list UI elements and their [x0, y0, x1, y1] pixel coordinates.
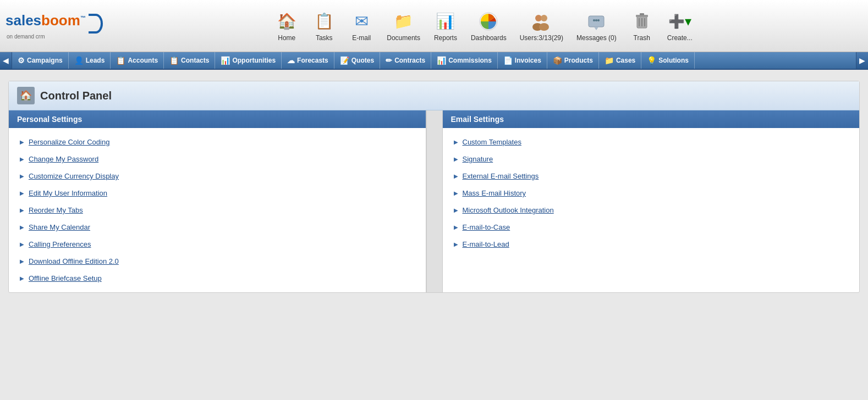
tab-accounts-label: Accounts [128, 57, 158, 64]
tab-cases[interactable]: 📁 Cases [599, 52, 641, 69]
list-item[interactable]: ▶ Custom Templates [443, 134, 860, 151]
svg-point-6 [593, 19, 595, 21]
reorder-tabs-link[interactable]: Reorder My Tabs [29, 206, 83, 214]
logo-tagline: on demand crm [7, 34, 103, 40]
tab-campaigns-label: Campaigns [27, 57, 63, 64]
nav-email[interactable]: ✉ E-mail [345, 8, 378, 45]
email-to-lead-link[interactable]: E-mail-to-Lead [463, 240, 509, 248]
arrow-icon: ▶ [454, 156, 458, 162]
arrow-icon: ▶ [20, 224, 24, 230]
arrow-icon: ▶ [454, 207, 458, 213]
arrow-icon: ▶ [20, 156, 24, 162]
control-panel: 🏠 Control Panel Personal Settings ▶ Pers… [8, 81, 860, 293]
cp-title-icon: 🏠 [17, 87, 35, 104]
microsoft-outlook-link[interactable]: Microsoft Outlook Integration [463, 206, 554, 214]
custom-templates-link[interactable]: Custom Templates [463, 138, 521, 146]
list-item[interactable]: ▶ Personalize Color Coding [9, 134, 426, 151]
calling-preferences-link[interactable]: Calling Preferences [29, 240, 91, 248]
nav-users[interactable]: Users:3/13(29) [515, 8, 568, 45]
list-item[interactable]: ▶ Download Offline Edition 2.0 [9, 253, 426, 270]
tab-accounts[interactable]: 📋 Accounts [111, 52, 164, 69]
email-settings-content: ▶ Custom Templates ▶ Signature ▶ Externa… [443, 128, 860, 258]
tab-products[interactable]: 📦 Products [547, 52, 599, 69]
tasks-icon: 📋 [313, 10, 335, 32]
offline-briefcase-link[interactable]: Offline Briefcase Setup [29, 274, 102, 282]
mass-email-history-link[interactable]: Mass E-mail History [463, 189, 526, 197]
nav-documents[interactable]: 📁 Documents [382, 8, 425, 45]
logo[interactable]: salesboom™ on demand crm [6, 12, 103, 40]
edit-user-info-link[interactable]: Edit My User Information [29, 189, 107, 197]
nav-trash-label: Trash [634, 34, 650, 42]
personal-settings-content: ▶ Personalize Color Coding ▶ Change My P… [9, 128, 426, 292]
nav-email-label: E-mail [352, 34, 371, 42]
nav-trash[interactable]: Trash [625, 8, 658, 45]
list-item[interactable]: ▶ Change My Password [9, 151, 426, 168]
list-item[interactable]: ▶ E-mail-to-Case [443, 219, 860, 236]
tab-contacts[interactable]: 📋 Contacts [164, 52, 215, 69]
download-offline-link[interactable]: Download Offline Edition 2.0 [29, 257, 119, 265]
tab-quotes[interactable]: 📝 Quotes [334, 52, 380, 69]
contracts-icon: ✏ [386, 56, 392, 65]
tab-contacts-label: Contacts [181, 57, 209, 64]
tab-commissions[interactable]: 📊 Commissions [431, 52, 498, 69]
share-calendar-link[interactable]: Share My Calendar [29, 223, 90, 231]
tab-opportunities[interactable]: 📊 Opportunities [215, 52, 282, 69]
nav-dashboards[interactable]: Dashboards [466, 8, 511, 45]
nav-home-label: Home [278, 34, 295, 42]
nav-users-label: Users:3/13(29) [520, 34, 563, 42]
invoices-icon: 📄 [503, 56, 513, 65]
list-item[interactable]: ▶ Signature [443, 151, 860, 168]
tab-campaigns[interactable]: ⚙ Campaigns [12, 52, 69, 69]
column-divider [426, 110, 443, 292]
list-item[interactable]: ▶ Offline Briefcase Setup [9, 270, 426, 287]
quotes-icon: 📝 [340, 56, 349, 65]
tab-forecasts[interactable]: ☁ Forecasts [282, 52, 334, 69]
list-item[interactable]: ▶ E-mail-to-Lead [443, 236, 860, 253]
arrow-icon: ▶ [20, 173, 24, 179]
tab-leads[interactable]: 👤 Leads [69, 52, 111, 69]
list-item[interactable]: ▶ External E-mail Settings [443, 168, 860, 185]
tab-scroll-left[interactable]: ◀ [0, 52, 12, 69]
nav-tasks[interactable]: 📋 Tasks [307, 8, 340, 45]
arrow-icon: ▶ [454, 224, 458, 230]
tab-solutions[interactable]: 💡 Solutions [641, 52, 695, 69]
tab-forecasts-label: Forecasts [297, 57, 328, 64]
nav-messages[interactable]: Messages (0) [572, 8, 621, 45]
external-email-settings-link[interactable]: External E-mail Settings [463, 172, 539, 180]
change-password-link[interactable]: Change My Password [29, 155, 98, 163]
leads-icon: 👤 [74, 56, 84, 65]
personal-settings-header: Personal Settings [9, 110, 426, 128]
list-item[interactable]: ▶ Microsoft Outlook Integration [443, 202, 860, 219]
list-item[interactable]: ▶ Calling Preferences [9, 236, 426, 253]
opportunities-icon: 📊 [221, 56, 230, 65]
signature-link[interactable]: Signature [463, 155, 493, 163]
trash-icon [631, 10, 653, 32]
email-to-case-link[interactable]: E-mail-to-Case [463, 223, 510, 231]
tab-contracts[interactable]: ✏ Contracts [380, 52, 431, 69]
nav-create[interactable]: ➕▾ Create... [663, 8, 697, 45]
commissions-icon: 📊 [437, 56, 446, 65]
svg-point-4 [539, 23, 549, 31]
tab-invoices[interactable]: 📄 Invoices [498, 52, 547, 69]
contacts-icon: 📋 [169, 56, 179, 65]
home-icon: 🏠 [276, 10, 298, 32]
list-item[interactable]: ▶ Share My Calendar [9, 219, 426, 236]
list-item[interactable]: ▶ Reorder My Tabs [9, 202, 426, 219]
arrow-icon: ▶ [20, 190, 24, 196]
nav-documents-label: Documents [387, 34, 420, 42]
customize-currency-link[interactable]: Customize Currency Display [29, 172, 119, 180]
dashboards-icon [477, 10, 499, 32]
nav-reports[interactable]: 📊 Reports [429, 8, 462, 45]
tab-quotes-label: Quotes [351, 57, 374, 64]
arrow-icon: ▶ [20, 139, 24, 145]
nav-home[interactable]: 🏠 Home [270, 8, 303, 45]
main-content: 🏠 Control Panel Personal Settings ▶ Pers… [0, 70, 868, 399]
personalize-color-coding-link[interactable]: Personalize Color Coding [29, 138, 109, 146]
cases-icon: 📁 [605, 56, 614, 65]
list-item[interactable]: ▶ Mass E-mail History [443, 185, 860, 202]
arrow-icon: ▶ [454, 173, 458, 179]
tab-scroll-right[interactable]: ▶ [856, 52, 868, 69]
list-item[interactable]: ▶ Edit My User Information [9, 185, 426, 202]
tab-cases-label: Cases [616, 57, 635, 64]
list-item[interactable]: ▶ Customize Currency Display [9, 168, 426, 185]
